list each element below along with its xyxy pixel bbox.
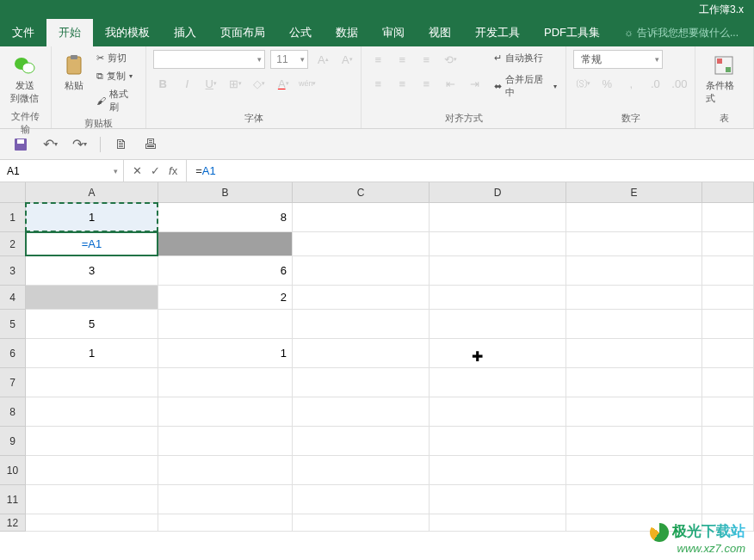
format-painter-button[interactable]: 🖌格式刷 — [95, 86, 139, 115]
cell-c5[interactable] — [293, 310, 430, 339]
cell-d1[interactable] — [430, 203, 566, 232]
borders-button[interactable]: ⊞▾ — [226, 74, 244, 93]
cell-b1[interactable]: 8 — [158, 203, 293, 232]
undo-button[interactable]: ↶▾ — [41, 136, 59, 153]
cell-e2[interactable] — [566, 232, 702, 256]
indent-decrease-button[interactable]: ⇤ — [441, 74, 460, 93]
percent-button[interactable]: % — [597, 74, 616, 93]
comma-button[interactable]: , — [621, 74, 640, 93]
number-format-dropdown[interactable]: 常规▾ — [573, 50, 663, 69]
cell-b12[interactable] — [158, 514, 293, 532]
cell-extra-8[interactable] — [702, 397, 754, 427]
cell-e5[interactable] — [566, 310, 702, 339]
align-middle-button[interactable]: ≡ — [392, 50, 411, 69]
cell-c12[interactable] — [293, 514, 430, 532]
col-header-d[interactable]: D — [430, 182, 566, 203]
bold-button[interactable]: B — [153, 74, 172, 93]
redo-button[interactable]: ↷▾ — [71, 136, 88, 153]
row-header-9[interactable]: 9 — [0, 427, 26, 456]
row-header-12[interactable]: 12 — [0, 514, 26, 532]
font-name-dropdown[interactable]: ▾ — [153, 50, 265, 69]
font-color-button[interactable]: A▾ — [274, 74, 293, 93]
cell-e10[interactable] — [566, 456, 702, 485]
cell-a3[interactable]: 3 — [26, 256, 158, 286]
cell-e11[interactable] — [566, 485, 702, 514]
cell-extra-1[interactable] — [702, 203, 754, 232]
cell-d12[interactable] — [430, 514, 566, 532]
orientation-button[interactable]: ⟲▾ — [441, 50, 460, 69]
row-header-8[interactable]: 8 — [0, 397, 26, 427]
cell-b7[interactable] — [158, 368, 293, 397]
menu-file[interactable]: 文件 — [0, 19, 46, 46]
decrease-decimal-button[interactable]: .00 — [670, 74, 689, 93]
wrap-text-button[interactable]: ↵自动换行 — [492, 50, 559, 66]
cell-b2[interactable] — [158, 232, 293, 256]
cell-a6[interactable]: 1 — [26, 339, 158, 368]
cell-d3[interactable] — [430, 256, 566, 286]
align-center-button[interactable]: ≡ — [392, 74, 411, 93]
col-header-a[interactable]: A — [26, 182, 158, 203]
menu-template[interactable]: 我的模板 — [93, 19, 162, 46]
align-right-button[interactable]: ≡ — [417, 74, 436, 93]
increase-decimal-button[interactable]: .0 — [646, 74, 664, 93]
row-header-10[interactable]: 10 — [0, 456, 26, 485]
cut-button[interactable]: ✂剪切 — [95, 50, 139, 66]
insert-function-button[interactable]: fx — [169, 164, 177, 177]
print-button[interactable]: 🖶 — [142, 136, 159, 153]
col-header-b[interactable]: B — [158, 182, 293, 203]
cell-b3[interactable]: 6 — [158, 256, 293, 286]
confirm-formula-button[interactable]: ✓ — [151, 164, 160, 177]
copy-button[interactable]: ⧉复制▾ — [95, 68, 139, 84]
increase-font-button[interactable]: A▴ — [313, 50, 332, 69]
select-all-corner[interactable] — [0, 182, 26, 203]
menu-layout[interactable]: 页面布局 — [208, 19, 277, 46]
cell-d6[interactable] — [430, 339, 566, 368]
cell-extra-10[interactable] — [702, 456, 754, 485]
cell-c10[interactable] — [293, 456, 430, 485]
cell-e7[interactable] — [566, 368, 702, 397]
name-box[interactable]: A1 ▾ — [0, 160, 124, 182]
cell-c8[interactable] — [293, 397, 430, 427]
cell-e3[interactable] — [566, 256, 702, 286]
cell-extra-3[interactable] — [702, 256, 754, 286]
cell-c9[interactable] — [293, 427, 430, 456]
cell-b10[interactable] — [158, 456, 293, 485]
cell-b9[interactable] — [158, 427, 293, 456]
cell-d8[interactable] — [430, 397, 566, 427]
cell-d11[interactable] — [430, 485, 566, 514]
print-preview-button[interactable]: 🗎 — [113, 136, 130, 153]
font-size-dropdown[interactable]: 11▾ — [270, 50, 308, 69]
merge-center-button[interactable]: ⬌合并后居中▾ — [492, 71, 559, 101]
align-bottom-button[interactable]: ≡ — [417, 50, 436, 69]
cell-c3[interactable] — [293, 256, 430, 286]
col-header-extra[interactable] — [702, 182, 754, 203]
align-top-button[interactable]: ≡ — [368, 50, 387, 69]
row-header-3[interactable]: 3 — [0, 256, 26, 286]
cell-extra-4[interactable] — [702, 286, 754, 310]
menu-dev[interactable]: 开发工具 — [463, 19, 532, 46]
row-header-5[interactable]: 5 — [0, 310, 26, 339]
menu-review[interactable]: 审阅 — [370, 19, 417, 46]
cell-e8[interactable] — [566, 397, 702, 427]
send-to-wechat-button[interactable]: 发送 到微信 — [7, 50, 42, 108]
cell-c11[interactable] — [293, 485, 430, 514]
row-header-11[interactable]: 11 — [0, 485, 26, 514]
cell-b8[interactable] — [158, 397, 293, 427]
fill-color-button[interactable]: ◇▾ — [250, 74, 269, 93]
cell-d7[interactable] — [430, 368, 566, 397]
menu-insert[interactable]: 插入 — [162, 19, 208, 46]
cell-d2[interactable] — [430, 232, 566, 256]
cell-a7[interactable] — [26, 368, 158, 397]
cancel-formula-button[interactable]: ✕ — [133, 164, 142, 177]
cell-e1[interactable] — [566, 203, 702, 232]
menu-home[interactable]: 开始 — [46, 19, 93, 46]
cell-extra-11[interactable] — [702, 485, 754, 514]
cell-e6[interactable] — [566, 339, 702, 368]
cell-e12[interactable] — [566, 514, 702, 532]
tell-me[interactable]: ☼ 告诉我您想要做什么... — [624, 19, 739, 46]
cell-a4[interactable] — [26, 286, 158, 310]
cell-extra-6[interactable] — [702, 339, 754, 368]
menu-formula[interactable]: 公式 — [277, 19, 324, 46]
row-header-6[interactable]: 6 — [0, 339, 26, 368]
indent-increase-button[interactable]: ⇥ — [465, 74, 484, 93]
